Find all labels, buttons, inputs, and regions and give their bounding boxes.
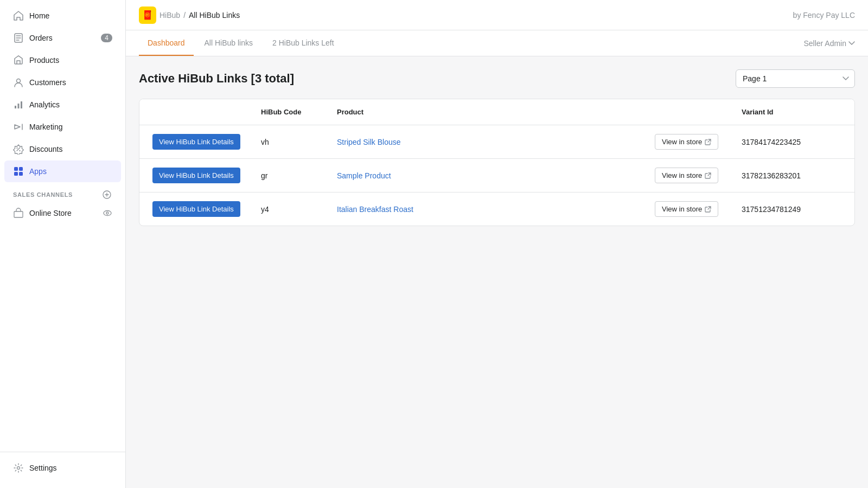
svg-point-13 — [17, 467, 20, 470]
orders-badge: 4 — [101, 34, 112, 42]
seller-admin-button[interactable]: Seller Admin — [803, 39, 855, 48]
table-cell-variant-id-3: 31751234781249 — [737, 203, 846, 216]
marketing-icon — [13, 121, 24, 132]
table-cell-product-2: Sample Product — [333, 169, 650, 182]
col-action — [148, 106, 257, 118]
sidebar-item-settings-label: Settings — [29, 464, 57, 472]
breadcrumb-separator: / — [183, 11, 186, 20]
view-in-store-label-1: View in store — [662, 138, 702, 146]
product-link-1[interactable]: Striped Silk Blouse — [337, 138, 401, 146]
sidebar-item-products[interactable]: Products — [4, 49, 121, 71]
table-cell-code-3: y4 — [257, 203, 333, 216]
sidebar-item-orders-label: Orders — [29, 34, 53, 42]
sidebar-item-customers[interactable]: Customers — [4, 72, 121, 93]
online-store-left: Online Store — [13, 208, 72, 219]
table-header: HiBub Code Product Variant Id — [139, 99, 854, 125]
table-cell-view-store-3: View in store — [650, 199, 737, 219]
sidebar-item-marketing[interactable]: Marketing — [4, 116, 121, 138]
table-row: View HiBub Link Details y4 Italian Break… — [139, 192, 854, 226]
discounts-icon — [13, 144, 24, 155]
table-cell-product-3: Italian Breakfast Roast — [333, 203, 650, 216]
sidebar-item-online-store-label: Online Store — [29, 209, 72, 217]
topbar-left: 🧧 HiBub / All HiBub Links — [139, 7, 240, 24]
store-icon — [13, 208, 24, 219]
customers-icon — [13, 77, 24, 88]
sidebar: Home Orders 4 Products — [0, 0, 126, 488]
col-variant-id: Variant Id — [737, 106, 846, 118]
sales-channels-section: SALES CHANNELS — [4, 183, 121, 202]
table-cell-code-2: gr — [257, 169, 333, 182]
add-sales-channel-button[interactable] — [101, 189, 112, 200]
sidebar-item-home-label: Home — [29, 11, 49, 20]
table-row: View HiBub Link Details gr Sample Produc… — [139, 159, 854, 192]
sidebar-item-analytics[interactable]: Analytics — [4, 94, 121, 115]
online-store-visibility-icon — [103, 208, 112, 218]
table-cell-variant-id-2: 31782136283201 — [737, 169, 846, 182]
home-icon — [13, 10, 24, 21]
svg-point-12 — [106, 212, 108, 214]
svg-rect-6 — [19, 167, 23, 171]
analytics-icon — [13, 99, 24, 110]
table-cell-view-store-2: View in store — [650, 165, 737, 185]
product-link-3[interactable]: Italian Breakfast Roast — [337, 205, 413, 214]
view-hibub-link-button-3[interactable]: View HiBub Link Details — [152, 201, 240, 217]
tabs-list: Dashboard All HiBub links 2 HiBub Links … — [139, 30, 343, 56]
sidebar-item-online-store[interactable]: Online Store — [4, 203, 121, 223]
page-select[interactable]: Page 1 — [736, 69, 855, 88]
orders-icon — [13, 33, 24, 43]
view-in-store-label-3: View in store — [662, 205, 702, 213]
sidebar-item-home[interactable]: Home — [4, 5, 121, 27]
svg-rect-8 — [19, 172, 23, 176]
col-product: Product — [333, 106, 650, 118]
sidebar-item-apps[interactable]: Apps — [4, 160, 121, 182]
svg-rect-7 — [14, 172, 18, 176]
page-header: Active HiBub Links [3 total] Page 1 — [139, 69, 855, 88]
view-in-store-button-3[interactable]: View in store — [655, 201, 718, 217]
sidebar-item-discounts[interactable]: Discounts — [4, 138, 121, 160]
topbar: 🧧 HiBub / All HiBub Links by Fency Pay L… — [126, 0, 868, 30]
view-hibub-link-button-1[interactable]: View HiBub Link Details — [152, 134, 240, 150]
settings-icon — [13, 463, 24, 473]
main: 🧧 HiBub / All HiBub Links by Fency Pay L… — [126, 0, 868, 488]
sidebar-item-customers-label: Customers — [29, 78, 66, 87]
tabs-bar: Dashboard All HiBub links 2 HiBub Links … — [126, 30, 868, 56]
sidebar-item-orders[interactable]: Orders 4 — [4, 27, 121, 49]
tab-links-left[interactable]: 2 HiBub Links Left — [264, 30, 343, 56]
table-cell-action-1: View HiBub Link Details — [148, 132, 257, 152]
col-hibub-code: HiBub Code — [257, 106, 333, 118]
table-cell-product-1: Striped Silk Blouse — [333, 136, 650, 149]
view-in-store-label-2: View in store — [662, 171, 702, 179]
svg-rect-2 — [15, 106, 16, 108]
svg-rect-4 — [21, 101, 22, 108]
sidebar-item-settings[interactable]: Settings — [4, 457, 121, 479]
table-cell-action-3: View HiBub Link Details — [148, 199, 257, 219]
page-title: Active HiBub Links [3 total] — [139, 72, 294, 86]
app-icon: 🧧 — [139, 7, 156, 24]
sidebar-item-discounts-label: Discounts — [29, 145, 62, 153]
table-row: View HiBub Link Details vh Striped Silk … — [139, 125, 854, 159]
sales-channels-label: SALES CHANNELS — [13, 191, 73, 198]
table-cell-action-2: View HiBub Link Details — [148, 165, 257, 185]
view-hibub-link-button-2[interactable]: View HiBub Link Details — [152, 168, 240, 183]
svg-point-11 — [104, 211, 111, 216]
breadcrumb: HiBub / All HiBub Links — [159, 11, 240, 20]
table-cell-variant-id-1: 31784174223425 — [737, 136, 846, 149]
page-content: Active HiBub Links [3 total] Page 1 HiBu… — [126, 56, 868, 239]
tab-dashboard[interactable]: Dashboard — [139, 30, 194, 56]
view-in-store-button-2[interactable]: View in store — [655, 168, 718, 183]
sidebar-nav: Home Orders 4 Products — [0, 0, 125, 452]
products-icon — [13, 55, 24, 66]
breadcrumb-parent[interactable]: HiBub — [159, 11, 180, 20]
apps-icon — [13, 166, 24, 177]
content: Dashboard All HiBub links 2 HiBub Links … — [126, 30, 868, 488]
svg-rect-5 — [14, 167, 18, 171]
view-in-store-button-1[interactable]: View in store — [655, 134, 718, 150]
svg-rect-3 — [18, 104, 20, 108]
product-link-2[interactable]: Sample Product — [337, 171, 391, 180]
table-cell-code-1: vh — [257, 136, 333, 149]
table-container: HiBub Code Product Variant Id View HiBub… — [139, 99, 855, 226]
tab-all-hibub-links[interactable]: All HiBub links — [196, 30, 261, 56]
topbar-brand: by Fency Pay LLC — [793, 11, 855, 20]
table-cell-view-store-1: View in store — [650, 132, 737, 152]
svg-rect-10 — [14, 211, 23, 217]
